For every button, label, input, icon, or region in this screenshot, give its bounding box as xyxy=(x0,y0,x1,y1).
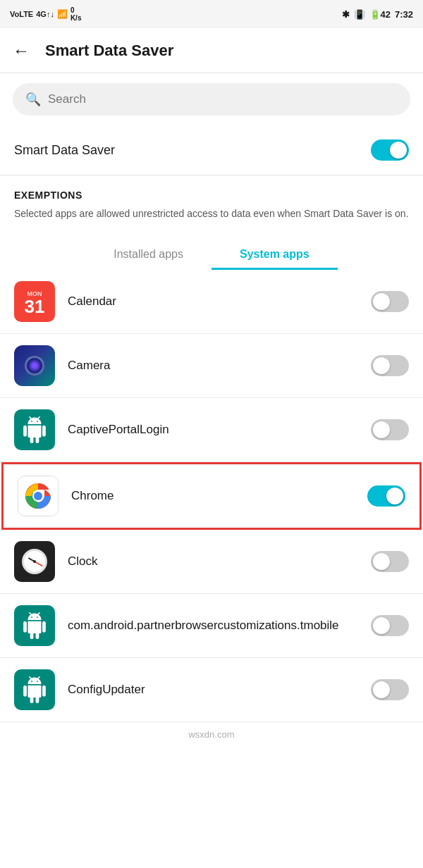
toggle-knob xyxy=(390,142,407,159)
exemptions-title: EXEMPTIONS xyxy=(14,190,409,201)
exemptions-section: EXEMPTIONS Selected apps are allowed unr… xyxy=(0,175,423,228)
camera-lens xyxy=(25,356,44,376)
android-svg3 xyxy=(21,676,48,703)
search-input[interactable] xyxy=(48,92,398,106)
search-container: 🔍 xyxy=(0,73,423,125)
vibrate-icon: 📳 xyxy=(354,9,365,20)
status-right: ✱ 📳 🔋42 7:32 xyxy=(342,9,414,20)
app-row-calendar[interactable]: MON 31 Calendar xyxy=(0,270,423,334)
back-button[interactable]: ← xyxy=(13,41,30,61)
chrome-icon xyxy=(18,476,59,516)
bluetooth-icon: ✱ xyxy=(342,9,350,20)
tab-installed-apps[interactable]: Installed apps xyxy=(85,241,212,270)
app-list: MON 31 Calendar Camera CaptivePortalLogi… xyxy=(0,270,423,722)
status-left: VoLTE 4G↑↓ 📶 0K/s xyxy=(10,6,81,22)
clock-face xyxy=(22,549,47,574)
calendar-toggle[interactable] xyxy=(371,291,409,312)
battery-icon: 🔋42 xyxy=(369,9,391,20)
captiveportal-toggle[interactable] xyxy=(371,419,409,440)
watermark: wsxdn.com xyxy=(0,722,423,747)
android-svg xyxy=(21,416,48,443)
configupdater-toggle[interactable] xyxy=(371,679,409,700)
smart-data-saver-toggle[interactable] xyxy=(371,140,409,161)
exemptions-description: Selected apps are allowed unrestricted a… xyxy=(14,206,409,221)
toggle-knob xyxy=(373,421,390,438)
captiveportal-icon xyxy=(14,409,55,450)
clock-icon xyxy=(14,541,55,582)
toggle-knob xyxy=(386,488,403,504)
toggle-knob xyxy=(373,293,390,310)
app-row-partnerbrowser[interactable]: com.android.partnerbrowsercustomizations… xyxy=(0,594,423,658)
signal-icon: VoLTE xyxy=(10,10,33,18)
camera-icon xyxy=(14,345,55,386)
network-icon: 4G↑↓ xyxy=(36,10,54,18)
calendar-icon: MON 31 xyxy=(14,281,55,322)
app-row-camera[interactable]: Camera xyxy=(0,334,423,398)
chrome-toggle[interactable] xyxy=(367,485,405,507)
toggle-knob xyxy=(373,681,390,698)
calendar-name: Calendar xyxy=(68,294,358,309)
page-title: Smart Data Saver xyxy=(45,42,173,60)
camera-toggle[interactable] xyxy=(371,355,409,376)
configupdater-name: ConfigUpdater xyxy=(68,682,358,698)
partnerbrowser-toggle[interactable] xyxy=(371,615,409,636)
camera-name: Camera xyxy=(68,358,358,373)
configupdater-icon xyxy=(14,669,55,710)
chrome-svg xyxy=(23,480,54,512)
svg-point-2 xyxy=(34,492,42,500)
toggle-knob xyxy=(373,553,390,570)
header: ← Smart Data Saver xyxy=(0,28,423,73)
android-svg2 xyxy=(21,612,48,639)
app-row-captiveportal[interactable]: CaptivePortalLogin xyxy=(0,398,423,462)
toggle-knob xyxy=(373,357,390,374)
clock-name: Clock xyxy=(68,554,358,569)
smart-data-saver-row: Smart Data Saver xyxy=(0,125,423,175)
tab-system-apps[interactable]: System apps xyxy=(212,241,338,270)
tabs-container: Installed apps System apps xyxy=(0,241,423,270)
search-box[interactable]: 🔍 xyxy=(13,83,410,116)
captiveportal-name: CaptivePortalLogin xyxy=(68,422,358,438)
time-display: 7:32 xyxy=(395,9,413,20)
smart-data-saver-label: Smart Data Saver xyxy=(14,143,115,158)
wifi-icon: 📶 xyxy=(57,9,68,19)
calendar-date: 31 xyxy=(25,297,45,316)
search-icon: 🔍 xyxy=(25,92,41,107)
app-row-configupdater[interactable]: ConfigUpdater xyxy=(0,658,423,722)
partnerbrowser-icon xyxy=(14,605,55,646)
partnerbrowser-name: com.android.partnerbrowsercustomizations… xyxy=(68,618,358,633)
toggle-knob xyxy=(373,617,390,634)
data-speed: 0K/s xyxy=(70,6,82,22)
app-row-clock[interactable]: Clock xyxy=(0,530,423,594)
app-row-chrome[interactable]: Chrome xyxy=(1,462,422,530)
clock-toggle[interactable] xyxy=(371,551,409,572)
status-bar: VoLTE 4G↑↓ 📶 0K/s ✱ 📳 🔋42 7:32 xyxy=(0,0,423,28)
clock-center-dot xyxy=(33,560,36,563)
chrome-name: Chrome xyxy=(71,488,355,504)
